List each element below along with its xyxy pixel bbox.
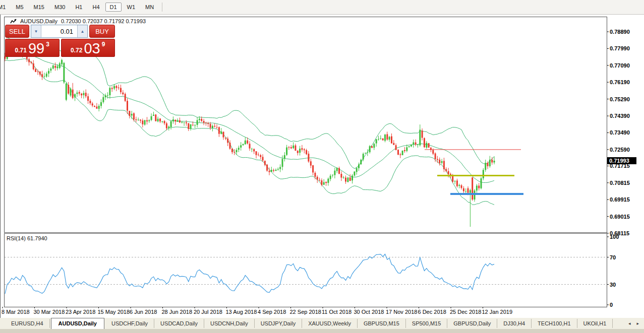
sell-price-prefix: 0.71 [15,47,27,56]
date-label: 6 Dec 2018 [418,309,446,315]
price-axis-label: 0.72590 [610,147,630,153]
date-label: 11 Oct 2018 [322,309,352,315]
volume-stepper: ▼ ▲ [31,25,88,38]
up-arrow-icon: ▲ [81,29,85,34]
chart-ohlc-values: 0.72030 0.72037 0.71792 0.71993 [61,18,146,24]
buy-price-prefix: 0.72 [71,47,82,56]
chart-tab-eurusd-h4[interactable]: EURUSD,H4 [5,319,50,328]
rsi-axis-label: 30 [610,282,616,288]
chart-title: AUDUSD,Daily [20,18,57,24]
date-label: 23 Apr 2018 [66,309,95,315]
tab-scroll-right-icon[interactable]: ▸ [636,321,639,326]
buy-price-big: 03 [84,41,100,56]
date-label: 30 Oct 2018 [354,309,384,315]
chart-tab-dj30-h4[interactable]: DJ30,H4 [497,319,532,328]
rsi-indicator-label: RSI(14) 61.7940 [7,235,47,241]
price-axis-label: 0.74390 [610,113,630,119]
sell-price-big: 99 [28,41,44,56]
rsi-axis-label: 0 [610,302,613,308]
chart-header: AUDUSD,Daily 0.72030 0.72037 0.71792 0.7… [10,18,146,24]
date-label: 28 Jun 2018 [162,309,193,315]
price-axis-label: 0.77990 [610,45,630,51]
bollinger-lower-band [5,59,494,205]
bollinger-bands [5,36,494,205]
trade-panel: SELL ▼ ▲ BUY 0.71993 0.72039 [5,25,115,57]
price-axis-label: 0.78890 [610,29,630,35]
price-axis-label: 0.77090 [610,62,630,69]
date-label: 30 Mar 2018 [34,309,65,315]
chart-tab-usdchf-daily[interactable]: USDCHF,Daily [105,319,154,328]
date-label: 8 Mar 2018 [2,309,30,315]
buy-price-pipette: 9 [102,41,105,48]
chart-tab-ukoil-h1[interactable]: UKOil,H1 [577,319,613,328]
price-axis-label: 0.76190 [610,79,630,85]
sell-price-display[interactable]: 0.71993 [5,39,60,57]
current-price-tag: 0.71993 [607,157,636,164]
rsi-line [5,254,494,294]
chart-icon [10,19,17,24]
price-axis-label: 0.70815 [610,180,630,186]
chart-tab-sp500-m15[interactable]: SP500,M15 [406,319,447,328]
volume-decrease-button[interactable]: ▼ [31,25,41,37]
chart-tab-xauusd-weekly[interactable]: XAUUSD,Weekly [302,319,358,328]
tab-scroll-arrows: ◂ ▸ [628,321,639,326]
chart-tab-usdcad-daily[interactable]: USDCAD,Daily [154,319,204,328]
trading-platform-window: M1M5M15M30H1H4D1W1MN AUDUSD,Daily 0.7203… [0,0,644,333]
date-label: 6 Jun 2018 [130,309,157,315]
rsi-axis-label: 70 [610,254,616,260]
date-label: 22 Sep 2018 [290,309,321,315]
price-axis-label: 0.73490 [610,129,630,136]
chart-tab-usdcnh-daily[interactable]: USDCNH,Daily [204,319,255,328]
volume-input[interactable] [41,25,77,37]
sell-price-pipette: 3 [46,41,49,48]
down-arrow-icon: ▼ [34,29,38,34]
volume-increase-button[interactable]: ▲ [77,25,87,37]
tab-scroll-left-icon[interactable]: ◂ [628,321,631,326]
chart-tab-bar: EURUSD,H4AUDUSD,DailyUSDCHF,DailyUSDCAD,… [0,318,644,329]
date-label: 12 Jan 2019 [482,309,513,315]
chart-tab-gbpusd-daily[interactable]: GBPUSD,Daily [447,319,497,328]
rsi-axis-label: 100 [610,234,619,240]
horizontal-level-lines [425,150,523,194]
chart-tab-tech100-h1[interactable]: TECH100,H1 [532,319,577,328]
bollinger-middle-band [5,48,494,183]
chart-tab-audusd-daily[interactable]: AUDUSD,Daily [51,318,104,329]
price-axis-label: 0.75290 [610,96,630,102]
date-label: 25 Dec 2018 [450,309,481,315]
sell-button[interactable]: SELL [5,25,29,38]
date-label: 13 Aug 2018 [226,309,257,315]
buy-button[interactable]: BUY [89,25,115,38]
rsi-layer [5,254,606,294]
date-label: 20 Jul 2018 [194,309,222,315]
date-label: 4 Sep 2018 [258,309,286,315]
chart-tab-gbpusd-m15[interactable]: GBPUSD,M15 [358,319,406,328]
date-label: 15 May 2018 [98,309,130,315]
price-axis-label: 0.69015 [610,214,630,220]
buy-price-display[interactable]: 0.72039 [61,39,115,57]
price-axis-label: 0.69915 [610,196,630,203]
date-label: 17 Nov 2018 [386,309,417,315]
chart-tab-usdjpy-daily[interactable]: USDJPY,Daily [255,319,303,328]
axis-ticks [3,32,609,308]
